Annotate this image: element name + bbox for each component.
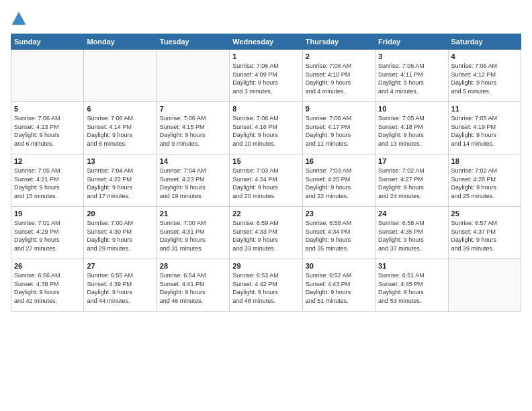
calendar-cell: 21Sunrise: 7:00 AM Sunset: 4:31 PM Dayli… (157, 207, 229, 259)
day-number: 31 (378, 262, 445, 270)
day-info: Sunrise: 7:04 AM Sunset: 4:23 PM Dayligh… (160, 167, 226, 200)
day-number: 22 (232, 210, 299, 218)
day-info: Sunrise: 6:54 AM Sunset: 4:41 PM Dayligh… (160, 271, 226, 305)
day-number: 1 (232, 52, 299, 60)
calendar-cell (448, 259, 521, 312)
calendar-cell: 23Sunrise: 6:58 AM Sunset: 4:34 PM Dayli… (302, 207, 375, 259)
day-info: Sunrise: 6:59 AM Sunset: 4:33 PM Dayligh… (232, 219, 299, 253)
day-info: Sunrise: 7:02 AM Sunset: 4:27 PM Dayligh… (378, 167, 445, 200)
day-info: Sunrise: 7:01 AM Sunset: 4:29 PM Dayligh… (14, 219, 81, 253)
calendar-header-tuesday: Tuesday (157, 34, 229, 50)
day-info: Sunrise: 7:06 AM Sunset: 4:11 PM Dayligh… (378, 62, 445, 95)
calendar-week-row: 12Sunrise: 7:05 AM Sunset: 4:21 PM Dayli… (11, 154, 521, 207)
day-info: Sunrise: 6:51 AM Sunset: 4:45 PM Dayligh… (378, 271, 445, 305)
day-info: Sunrise: 7:05 AM Sunset: 4:21 PM Dayligh… (14, 167, 81, 200)
day-number: 17 (378, 157, 445, 165)
day-info: Sunrise: 6:53 AM Sunset: 4:42 PM Dayligh… (232, 271, 299, 305)
calendar-header-wednesday: Wednesday (230, 34, 302, 50)
day-info: Sunrise: 7:06 AM Sunset: 4:13 PM Dayligh… (14, 114, 81, 148)
day-number: 12 (14, 157, 81, 165)
calendar-cell: 2Sunrise: 7:06 AM Sunset: 4:10 PM Daylig… (302, 50, 375, 102)
day-info: Sunrise: 7:06 AM Sunset: 4:09 PM Dayligh… (232, 62, 299, 95)
calendar-header-thursday: Thursday (302, 34, 375, 50)
day-number: 25 (451, 210, 518, 218)
calendar-table: SundayMondayTuesdayWednesdayThursdayFrid… (11, 34, 521, 312)
day-number: 5 (14, 105, 81, 113)
logo (11, 11, 30, 27)
calendar-cell: 1Sunrise: 7:06 AM Sunset: 4:09 PM Daylig… (230, 50, 302, 102)
calendar-cell: 10Sunrise: 7:05 AM Sunset: 4:18 PM Dayli… (375, 102, 448, 154)
day-info: Sunrise: 7:06 AM Sunset: 4:14 PM Dayligh… (87, 114, 153, 148)
day-number: 30 (306, 262, 372, 270)
calendar-cell (157, 50, 229, 102)
calendar-week-row: 19Sunrise: 7:01 AM Sunset: 4:29 PM Dayli… (11, 207, 521, 259)
calendar-header-monday: Monday (84, 34, 157, 50)
calendar-cell: 26Sunrise: 6:56 AM Sunset: 4:38 PM Dayli… (11, 259, 84, 312)
calendar-week-row: 26Sunrise: 6:56 AM Sunset: 4:38 PM Dayli… (11, 259, 521, 312)
day-number: 20 (87, 210, 153, 218)
day-number: 2 (306, 52, 372, 60)
day-info: Sunrise: 7:03 AM Sunset: 4:25 PM Dayligh… (306, 167, 372, 200)
calendar-cell: 15Sunrise: 7:03 AM Sunset: 4:24 PM Dayli… (230, 154, 302, 207)
day-info: Sunrise: 7:06 AM Sunset: 4:16 PM Dayligh… (232, 114, 299, 148)
day-number: 27 (87, 262, 153, 270)
day-info: Sunrise: 7:06 AM Sunset: 4:10 PM Dayligh… (306, 62, 372, 95)
calendar-header-row: SundayMondayTuesdayWednesdayThursdayFrid… (11, 34, 521, 50)
day-info: Sunrise: 6:56 AM Sunset: 4:38 PM Dayligh… (14, 271, 81, 305)
calendar-header-friday: Friday (375, 34, 448, 50)
day-number: 14 (160, 157, 226, 165)
calendar-cell: 16Sunrise: 7:03 AM Sunset: 4:25 PM Dayli… (302, 154, 375, 207)
calendar-cell: 28Sunrise: 6:54 AM Sunset: 4:41 PM Dayli… (157, 259, 229, 312)
calendar-cell: 14Sunrise: 7:04 AM Sunset: 4:23 PM Dayli… (157, 154, 229, 207)
day-number: 21 (160, 210, 226, 218)
day-number: 13 (87, 157, 153, 165)
calendar-cell: 8Sunrise: 7:06 AM Sunset: 4:16 PM Daylig… (230, 102, 302, 154)
calendar-header-saturday: Saturday (448, 34, 521, 50)
day-number: 3 (378, 52, 445, 60)
calendar-cell: 29Sunrise: 6:53 AM Sunset: 4:42 PM Dayli… (230, 259, 302, 312)
day-info: Sunrise: 7:03 AM Sunset: 4:24 PM Dayligh… (232, 167, 299, 200)
day-number: 9 (306, 105, 372, 113)
day-number: 18 (451, 157, 518, 165)
calendar-cell: 22Sunrise: 6:59 AM Sunset: 4:33 PM Dayli… (230, 207, 302, 259)
day-number: 15 (232, 157, 299, 165)
day-info: Sunrise: 7:04 AM Sunset: 4:22 PM Dayligh… (87, 167, 153, 200)
header (11, 11, 521, 27)
day-info: Sunrise: 6:52 AM Sunset: 4:43 PM Dayligh… (306, 271, 372, 305)
calendar-header-sunday: Sunday (11, 34, 84, 50)
day-info: Sunrise: 7:06 AM Sunset: 4:17 PM Dayligh… (306, 114, 372, 148)
calendar-cell: 6Sunrise: 7:06 AM Sunset: 4:14 PM Daylig… (84, 102, 157, 154)
day-number: 10 (378, 105, 445, 113)
day-info: Sunrise: 6:57 AM Sunset: 4:37 PM Dayligh… (451, 219, 518, 253)
calendar-cell: 27Sunrise: 6:55 AM Sunset: 4:39 PM Dayli… (84, 259, 157, 312)
day-info: Sunrise: 7:02 AM Sunset: 4:28 PM Dayligh… (451, 167, 518, 200)
calendar-cell: 3Sunrise: 7:06 AM Sunset: 4:11 PM Daylig… (375, 50, 448, 102)
day-info: Sunrise: 7:06 AM Sunset: 4:15 PM Dayligh… (160, 114, 226, 148)
day-info: Sunrise: 7:05 AM Sunset: 4:18 PM Dayligh… (378, 114, 445, 148)
day-number: 29 (232, 262, 299, 270)
calendar-cell: 5Sunrise: 7:06 AM Sunset: 4:13 PM Daylig… (11, 102, 84, 154)
day-info: Sunrise: 6:58 AM Sunset: 4:35 PM Dayligh… (378, 219, 445, 253)
day-number: 8 (232, 105, 299, 113)
day-number: 6 (87, 105, 153, 113)
day-number: 26 (14, 262, 81, 270)
calendar-cell: 7Sunrise: 7:06 AM Sunset: 4:15 PM Daylig… (157, 102, 229, 154)
day-info: Sunrise: 7:06 AM Sunset: 4:12 PM Dayligh… (451, 62, 518, 95)
calendar-cell (11, 50, 84, 102)
day-number: 16 (306, 157, 372, 165)
day-number: 28 (160, 262, 226, 270)
logo-icon (11, 11, 27, 27)
day-info: Sunrise: 7:00 AM Sunset: 4:30 PM Dayligh… (87, 219, 153, 253)
day-number: 24 (378, 210, 445, 218)
day-number: 11 (451, 105, 518, 113)
calendar-cell: 12Sunrise: 7:05 AM Sunset: 4:21 PM Dayli… (11, 154, 84, 207)
calendar-cell: 30Sunrise: 6:52 AM Sunset: 4:43 PM Dayli… (302, 259, 375, 312)
day-info: Sunrise: 7:05 AM Sunset: 4:19 PM Dayligh… (451, 114, 518, 148)
calendar-cell: 9Sunrise: 7:06 AM Sunset: 4:17 PM Daylig… (302, 102, 375, 154)
calendar-cell: 11Sunrise: 7:05 AM Sunset: 4:19 PM Dayli… (448, 102, 521, 154)
day-info: Sunrise: 6:58 AM Sunset: 4:34 PM Dayligh… (306, 219, 372, 253)
day-info: Sunrise: 7:00 AM Sunset: 4:31 PM Dayligh… (160, 219, 226, 253)
calendar-week-row: 1Sunrise: 7:06 AM Sunset: 4:09 PM Daylig… (11, 50, 521, 102)
calendar-cell: 20Sunrise: 7:00 AM Sunset: 4:30 PM Dayli… (84, 207, 157, 259)
day-number: 4 (451, 52, 518, 60)
